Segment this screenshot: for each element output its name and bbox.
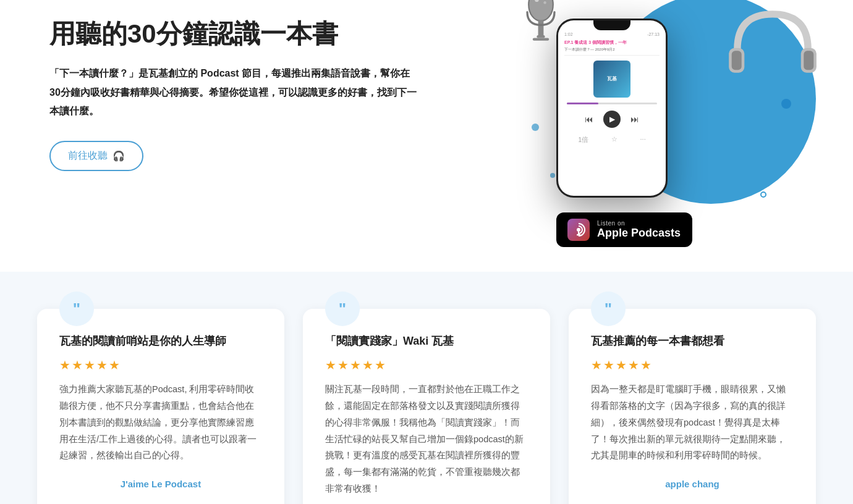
listen-button-label: 前往收聽 xyxy=(68,149,108,162)
phone-rewind-icon: ⏮ xyxy=(585,114,593,124)
quote-icon-2: " xyxy=(591,292,626,326)
dot-2 xyxy=(550,173,555,178)
phone-top-bar: 1:02 -27:13 xyxy=(558,30,666,38)
quote-icon-0: " xyxy=(59,292,94,326)
quote-icon-1: " xyxy=(325,292,360,326)
phone-episode-title: EP.1 養成這 3 個閱讀習慣，一年 xyxy=(558,38,666,47)
card-stars-2: ★★★★★ xyxy=(591,358,794,372)
hero-right: 1:02 -27:13 EP.1 養成這 3 個閱讀習慣，一年 下一本讀什麼？—… xyxy=(507,12,804,247)
phone-controls: ⏮ ▶ ⏭ xyxy=(558,107,666,132)
card-stars-1: ★★★★★ xyxy=(325,358,528,372)
phone-divider xyxy=(564,55,660,56)
phone-mockup: 1:02 -27:13 EP.1 養成這 3 個閱讀習慣，一年 下一本讀什麼？—… xyxy=(556,19,668,198)
svg-point-0 xyxy=(528,0,553,21)
dot-3 xyxy=(781,99,791,109)
svg-point-5 xyxy=(543,1,546,4)
card-body-1: 關注瓦基一段時間，一直都對於他在正職工作之餘，還能固定在部落格發文以及實踐閱讀所… xyxy=(325,381,528,497)
svg-rect-1 xyxy=(538,20,544,35)
testimonial-card-2: " 瓦基推薦的每一本書都想看 ★★★★★ 因為一整天都是盯電腦盯手機，眼睛很累，… xyxy=(569,309,816,504)
svg-rect-8 xyxy=(732,51,742,70)
hero-title: 用聽的30分鐘認識一本書 xyxy=(49,19,420,49)
listen-button[interactable]: 前往收聽 🎧 xyxy=(49,141,143,171)
apple-badge-name: Apple Podcasts xyxy=(597,227,681,240)
svg-rect-12 xyxy=(577,234,580,236)
card-stars-0: ★★★★★ xyxy=(59,358,262,372)
svg-rect-3 xyxy=(533,38,549,40)
card-title-2: 瓦基推薦的每一本書都想看 xyxy=(591,334,794,349)
phone-forward-icon: ⏭ xyxy=(630,114,639,124)
phone-album-art: 瓦基 xyxy=(593,61,630,98)
phone-bottom-bar: 1倍 ☆ ··· xyxy=(558,132,666,148)
testimonial-card-1: " 「閱讀實踐家」Waki 瓦基 ★★★★★ 關注瓦基一段時間，一直都對於他在正… xyxy=(303,309,550,504)
apple-podcasts-badge[interactable]: Listen on Apple Podcasts xyxy=(556,212,692,247)
hero-left: 用聽的30分鐘認識一本書 「下一本讀什麼？」是瓦基創立的 Podcast 節目，… xyxy=(49,12,420,171)
phone-notch xyxy=(593,20,630,30)
svg-rect-9 xyxy=(804,51,813,70)
testimonial-card-0: " 瓦基的閱讀前哨站是你的人生導師 ★★★★★ 強力推薦大家聽瓦基的Podcas… xyxy=(37,309,284,504)
testimonials-section: " 瓦基的閱讀前哨站是你的人生導師 ★★★★★ 強力推薦大家聽瓦基的Podcas… xyxy=(0,272,853,504)
card-body-2: 因為一整天都是盯電腦盯手機，眼睛很累，又懶得看部落格的文字（因為字很多，寫的真的… xyxy=(591,381,794,464)
mic-icon xyxy=(513,0,569,56)
apple-badge-listen: Listen on xyxy=(597,220,681,227)
phone-screen: 1:02 -27:13 EP.1 養成這 3 個閱讀習慣，一年 下一本讀什麼？—… xyxy=(558,20,666,196)
svg-point-10 xyxy=(577,228,580,232)
dot-1 xyxy=(532,124,539,131)
phone-icon-3: ··· xyxy=(640,135,646,145)
headphones-icon: 🎧 xyxy=(112,150,125,162)
headphones-icon xyxy=(723,0,822,99)
hero-section: 用聽的30分鐘認識一本書 「下一本讀什麼？」是瓦基創立的 Podcast 節目，… xyxy=(0,0,853,272)
hero-desc-bold: 「下一本讀什麼？」 xyxy=(49,68,138,78)
card-author-0: J'aime Le Podcast xyxy=(59,479,262,489)
apple-badge-text: Listen on Apple Podcasts xyxy=(597,220,681,240)
dot-4 xyxy=(760,191,766,198)
podcast-logo-wrap xyxy=(567,219,590,241)
phone-play-button[interactable]: ▶ xyxy=(603,111,621,128)
svg-rect-2 xyxy=(537,35,545,38)
card-body-0: 強力推薦大家聽瓦基的Podcast, 利用零碎時間收聽很方便，他不只分享書摘重點… xyxy=(59,381,262,464)
hero-desc: 「下一本讀什麼？」是瓦基創立的 Podcast 節目，每週推出兩集語音說書，幫你… xyxy=(49,64,420,120)
card-author-2: apple chang xyxy=(591,479,794,489)
card-title-1: 「閱讀實踐家」Waki 瓦基 xyxy=(325,334,528,349)
phone-icon-2: ☆ xyxy=(611,135,617,145)
phone-time-right: -27:13 xyxy=(647,32,660,36)
phone-progress-bar xyxy=(567,103,657,104)
phone-progress-fill xyxy=(567,103,598,104)
podcast-logo-icon xyxy=(571,222,586,237)
phone-icon-1: 1倍 xyxy=(578,135,588,145)
card-title-0: 瓦基的閱讀前哨站是你的人生導師 xyxy=(59,334,262,349)
phone-episode-sub: 下一本讀什麼？— 2020年9月2 xyxy=(558,47,666,55)
